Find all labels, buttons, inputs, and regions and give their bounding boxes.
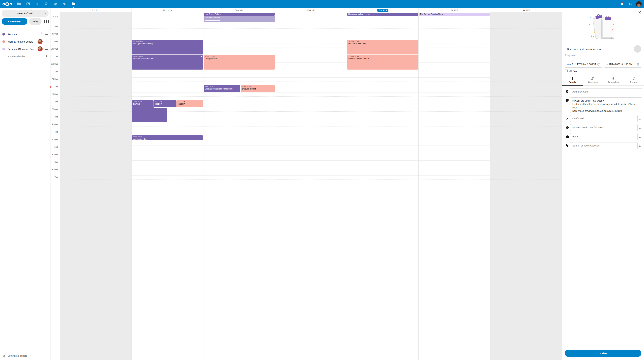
time-label: 2:30pm — [52, 108, 58, 110]
share-link-icon[interactable] — [40, 32, 42, 36]
event-title: check-in — [178, 103, 202, 105]
gridline-quarter — [275, 28, 322, 29]
gridline — [60, 77, 132, 78]
shared-by-avatar — [38, 46, 42, 51]
gridline-quarter — [204, 43, 275, 44]
gridline-quarter — [204, 119, 275, 119]
gridline — [275, 138, 322, 138]
calendar-event[interactable]: 1:00 - 1:30Discuss project announcement — [204, 85, 240, 92]
calendar-sidebar: Week 3 of 2020 + New event Today Persona… — [0, 8, 50, 180]
day-column — [60, 12, 132, 180]
gridline — [275, 130, 322, 130]
day-label: Tue 1/14 — [235, 9, 243, 11]
time-label: 4pm — [54, 131, 58, 133]
active-app-pointer — [72, 7, 75, 8]
calendar-menu-icon[interactable] — [45, 33, 48, 36]
gridline-quarter — [204, 28, 275, 29]
calendar-menu-icon[interactable] — [45, 40, 48, 43]
calendar-event[interactable]: 11:00 - 12:00Company call — [204, 55, 275, 69]
calendar-list-item[interactable]: Work (Christine Schott) — [0, 38, 50, 45]
gridline — [60, 168, 132, 168]
gridline — [204, 168, 275, 168]
event-time: 2:00 - 2:30 — [178, 101, 202, 103]
gridline-quarter — [132, 157, 203, 157]
talk-app-button[interactable] — [42, 0, 51, 8]
gridline — [60, 175, 132, 176]
view-toggle-button[interactable] — [44, 20, 49, 23]
activity-app-button[interactable] — [32, 0, 42, 8]
mail-icon — [54, 3, 57, 6]
calendar-list-item[interactable]: Personal (Christine Schott) — [0, 45, 50, 53]
calendar-menu-icon[interactable] — [45, 47, 48, 50]
calendar-trailing — [40, 32, 48, 36]
calendar-event[interactable]: 2:00 - 2:30check-in — [176, 100, 203, 107]
gridline — [60, 115, 132, 115]
activity-icon — [36, 2, 38, 6]
time-label: 1:30pm — [52, 93, 58, 95]
calendar-event[interactable]: 1:00 - 1:30Discuss project — [241, 85, 275, 92]
day-label: Sun 1/12 — [92, 9, 100, 11]
day-label: Mon 1/13 — [163, 9, 172, 11]
event-title: Company call — [205, 57, 274, 60]
gridline-quarter — [60, 126, 132, 127]
gridline — [132, 130, 203, 130]
calendar-color-dot — [2, 48, 5, 50]
app-menu — [14, 0, 78, 8]
calendar-event[interactable]: 11:00 - 12:00Discuss office furniture — [132, 55, 203, 69]
nextcloud-logo[interactable] — [0, 2, 14, 6]
calendar-name: Work (Christine Schott) — [8, 40, 38, 43]
time-label: 2pm — [54, 101, 58, 103]
next-week-button[interactable] — [41, 10, 49, 17]
day-column — [275, 12, 322, 180]
day-header: Tue 1/14 — [203, 8, 275, 12]
time-label: 11:30am — [51, 63, 58, 65]
new-calendar-button[interactable]: + New calendar + — [0, 53, 50, 60]
new-event-button[interactable]: + New event — [2, 18, 27, 25]
gridline-quarter — [275, 74, 322, 74]
gridline — [132, 123, 203, 123]
gridline — [132, 92, 203, 93]
gridline — [275, 47, 322, 47]
calendar-list-item[interactable]: Personal — [0, 30, 50, 38]
gridline-quarter — [275, 126, 322, 127]
previous-week-button[interactable] — [2, 10, 10, 17]
allday-event[interactable]: Line Dance Training — [204, 13, 275, 15]
calendar-icon — [72, 2, 75, 6]
calendar-event[interactable]: 2:00 - 2:30check-in — [154, 100, 176, 107]
gridline — [275, 40, 322, 40]
time-label: 5:30pm — [52, 153, 58, 156]
gridline-quarter — [60, 119, 132, 119]
calendar-app-button[interactable] — [69, 0, 78, 8]
files-app-button[interactable] — [14, 0, 24, 8]
header-spacer — [50, 8, 60, 12]
today-button[interactable]: Today — [29, 18, 42, 25]
gridline-quarter — [275, 66, 322, 66]
gridline — [204, 40, 275, 40]
gridline-quarter — [60, 104, 132, 104]
gridline-quarter — [60, 157, 132, 157]
time-label: 1pm — [54, 85, 58, 88]
gridline-quarter — [60, 28, 132, 29]
gridline — [275, 175, 322, 176]
time-label: 6pm — [54, 161, 58, 163]
contacts-app-button[interactable] — [60, 0, 69, 8]
allday-event[interactable]: Line dance training — [204, 19, 275, 22]
gridline — [60, 55, 132, 55]
gridline-quarter — [275, 157, 322, 157]
sidebar-actions: + New event Today — [2, 18, 49, 25]
photos-app-button[interactable] — [24, 0, 32, 8]
gridline — [275, 115, 322, 115]
calendar-list: PersonalWork (Christine Schott)Personal … — [0, 30, 50, 53]
mail-app-button[interactable] — [51, 0, 60, 8]
calendar-event[interactable]: 4:20 - 4:40purchasing dept — [132, 135, 203, 140]
plus-icon: + — [46, 54, 48, 58]
gridline-quarter — [60, 111, 132, 112]
allday-event[interactable]: Line dance training — [204, 16, 275, 19]
gridline-quarter — [132, 164, 203, 164]
gridline-quarter — [60, 81, 132, 81]
time-gutter: all-day 9am9:30am10am10:30am11am11:30am1… — [50, 12, 60, 180]
time-label: 10:30am — [50, 48, 58, 50]
time-label: 9am — [54, 25, 58, 27]
current-time-marker — [50, 86, 52, 88]
calendar-event[interactable]: 10:00 - 11:00management meeting — [132, 40, 203, 54]
